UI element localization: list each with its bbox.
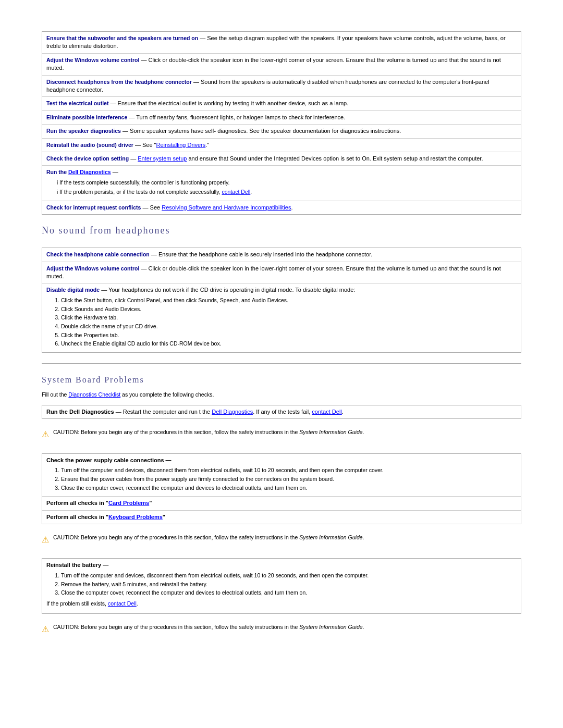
row-subwoofer: Ensure that the subwoofer and the speake… [42,32,521,54]
digital-step-3: Click the Hardware tab. [61,314,517,322]
digital-step-2: Click Sounds and Audio Devices. [61,305,517,313]
section-divider [42,363,521,364]
row-disable-digital: Disable digital mode — Your headphones d… [42,283,521,352]
link-keyboard-problems[interactable]: Keyboard Problems [108,514,163,520]
row-headphone-cable: Check the headphone cable connection — E… [42,248,521,262]
bullet-tests-complete: If the tests complete successfully, the … [57,179,517,187]
label-windows-volume: Adjust the Windows volume control [46,57,139,63]
row-reinstall-audio: Reinstall the audio (sound) driver — See… [42,139,521,152]
system-board-intro: Fill out the Diagnostics Checklist as yo… [42,391,521,399]
power-step-1: Turn off the computer and devices, disco… [61,466,517,474]
row-keyboard-problems: Perform all checks in "Keyboard Problems… [42,511,521,524]
caution-text-3: CAUTION: Before you begin any of the pro… [53,623,364,631]
caution-box-2: ⚠ CAUTION: Before you begin any of the p… [42,530,521,549]
row-reinstall-battery: Reinstall the battery — Turn off the com… [42,559,521,613]
label-electrical-outlet: Test the electrical outlet [46,100,108,106]
text-speaker-diagnostics: — Some speaker systems have self- diagno… [123,128,401,134]
link-enter-system-setup[interactable]: Enter system setup [138,155,187,162]
caution-text-2: CAUTION: Before you begin any of the pro… [53,534,364,541]
label-reinstall-battery: Reinstall the battery — [46,562,108,568]
text-electrical-outlet: — Ensure that the electrical outlet is w… [111,100,349,106]
battery-step-1: Turn off the computer and devices, disco… [61,572,517,579]
label-card-problems: Perform all checks in "Card Problems" [46,500,152,506]
caution-icon-2: ⚠ [42,534,49,546]
label-headphone-cable: Check the headphone cable connection [46,251,150,257]
caution-box-3: ⚠ CAUTION: Before you begin any of the p… [42,620,521,638]
caution-box-1: ⚠ CAUTION: Before you begin any of the p… [42,425,521,443]
diagnostics-bullets: If the tests complete successfully, the … [57,179,517,196]
label-subwoofer: Ensure that the subwoofer and the speake… [46,35,198,41]
link-contact-dell-3[interactable]: contact Dell [108,600,137,607]
digital-step-4: Double-click the name of your CD drive. [61,323,517,330]
label-run-diagnostics-sb: Run the Dell Diagnostics [46,409,114,415]
text-disable-digital: — Your headphones do not work if the CD … [101,287,355,293]
row-disconnect-headphones: Disconnect headphones from the headphone… [42,76,521,97]
battery-step-2: Remove the battery, wait 5 minutes, and … [61,581,517,588]
label-run-dell-diagnostics: Run the Dell Diagnostics [46,169,111,175]
reinstall-battery-section: Reinstall the battery — Turn off the com… [42,558,521,613]
text-interference: — Turn off nearby fans, fluorescent ligh… [129,114,345,120]
run-diagnostics-section: Run the Dell Diagnostics — Restart the c… [42,405,521,419]
row-interrupt-conflicts: Check for interrupt request conflicts — … [42,201,521,214]
power-supply-steps: Turn off the computer and devices, disco… [61,466,517,491]
battery-steps: Turn off the computer and devices, disco… [61,572,517,597]
link-diagnostics-checklist[interactable]: Diagnostics Checklist [68,391,120,398]
label-speaker-diagnostics: Run the speaker diagnostics [46,128,121,134]
headphones-heading: No sound from headphones [42,224,521,237]
row-windows-volume-2: Adjust the Windows volume control — Clic… [42,262,521,284]
digital-step-6: Uncheck the Enable digital CD audio for … [61,340,517,348]
link-reinstalling-drivers[interactable]: Reinstalling Drivers [156,142,206,148]
system-board-heading: System Board Problems [42,374,521,386]
label-keyboard-problems: Perform all checks in "Keyboard Problems… [46,514,165,520]
link-resolving-incompatibilities[interactable]: Resolving Software and Hardware Incompat… [162,204,291,211]
text-headphone-cable: — Ensure that the headphone cable is sec… [151,251,372,257]
digital-step-5: Click the Properties tab. [61,331,517,339]
headphones-section: Check the headphone cable connection — E… [42,248,521,353]
label-interference: Eliminate possible interference [46,114,127,120]
text-reinstall-audio: — See "Reinstalling Drivers." [135,142,209,148]
link-dell-diagnostics-1[interactable]: Dell Diagnostics [68,169,111,175]
link-dell-diagnostics-2[interactable]: Dell Diagnostics [212,409,253,415]
power-supply-section: Check the power supply cable connections… [42,453,521,524]
row-interference: Eliminate possible interference — Turn o… [42,111,521,125]
row-device-option: Check the device option setting — Enter … [42,152,521,166]
label-interrupt-conflicts: Check for interrupt request conflicts [46,204,141,211]
battery-if-problem: If the problem still exists, contact Del… [46,600,517,608]
row-speaker-diagnostics: Run the speaker diagnostics — Some speak… [42,125,521,138]
row-card-problems: Perform all checks in "Card Problems" [42,497,521,510]
text-interrupt-conflicts: — See Resolving Software and Hardware In… [143,204,293,211]
text-run-diagnostics-sb: — Restart the computer and run t the Del… [116,409,344,415]
sound-checks-section: Ensure that the subwoofer and the speake… [42,31,521,215]
row-electrical-outlet: Test the electrical outlet — Ensure that… [42,97,521,110]
bullet-problem-persists: If the problem persists, or if the tests… [57,188,517,196]
label-disconnect-headphones: Disconnect headphones from the headphone… [46,79,192,85]
caution-icon-1: ⚠ [42,429,49,440]
power-step-2: Ensure that the power cables from the po… [61,475,517,483]
row-run-dell-diagnostics: Run the Dell Diagnostics — If the tests … [42,166,521,201]
digital-step-1: Click the Start button, click Control Pa… [61,297,517,304]
text-run-dell-diagnostics: — [113,169,118,175]
caution-icon-3: ⚠ [42,624,49,635]
text-device-option: — Enter system setup and ensure that Sou… [130,155,483,162]
caution-text-1: CAUTION: Before you begin any of the pro… [53,428,364,436]
row-windows-volume: Adjust the Windows volume control — Clic… [42,54,521,76]
label-reinstall-audio: Reinstall the audio (sound) driver [46,142,133,148]
link-contact-dell-1[interactable]: contact Dell [222,189,250,195]
battery-step-3: Close the computer cover, reconnect the … [61,589,517,597]
link-card-problems[interactable]: Card Problems [108,500,149,506]
label-device-option: Check the device option setting [46,155,129,162]
label-power-supply: Check the power supply cable connections… [46,457,172,463]
link-contact-dell-2[interactable]: contact Dell [312,409,341,415]
power-step-3: Close the computer cover, reconnect the … [61,484,517,492]
digital-mode-steps: Click the Start button, click Control Pa… [61,297,517,348]
label-windows-volume-2: Adjust the Windows volume control [46,265,139,272]
row-run-diagnostics-sb: Run the Dell Diagnostics — Restart the c… [42,405,521,418]
label-disable-digital: Disable digital mode [46,287,100,293]
row-power-supply: Check the power supply cable connections… [42,454,521,497]
